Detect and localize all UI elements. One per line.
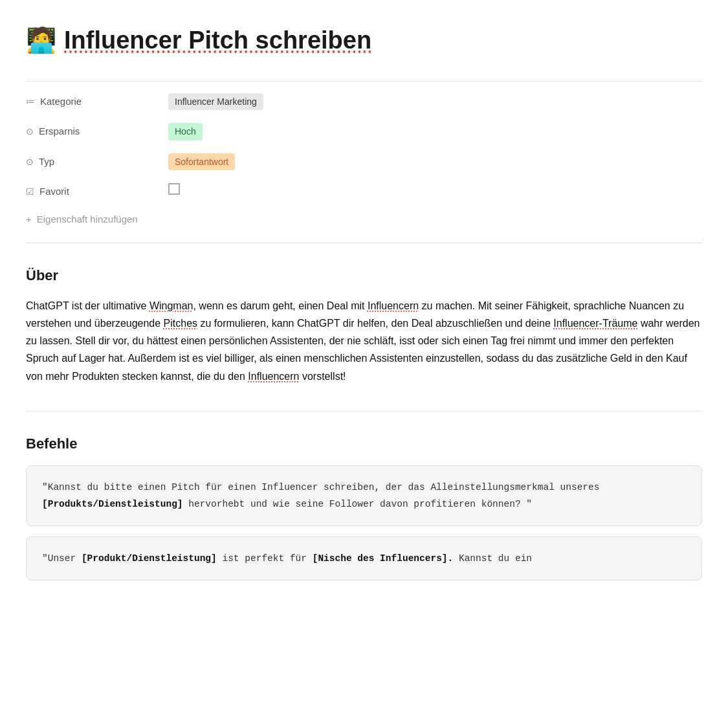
command2-text-after: Kannst du ein (453, 553, 532, 564)
add-property-label: Eigenschaft hinzufügen (37, 212, 138, 227)
property-label-kategorie: ≔ Kategorie (26, 94, 168, 109)
pitches-link: Pitches (164, 318, 197, 329)
influencer-traeume-link: Influencer-Träume (553, 318, 637, 329)
kategorie-badge[interactable]: Influencer Marketing (168, 93, 263, 110)
header-emoji: 🧑‍💻 (26, 21, 56, 60)
influencern2-link: Influencern (248, 371, 299, 382)
befehle-heading: Befehle (26, 432, 702, 455)
circle-down-icon: ⊙ (26, 124, 34, 138)
befehle-section: Befehle "Kannst du bitte einen Pitch für… (26, 432, 702, 580)
property-row-ersparnis: ⊙ Ersparnis Hoch (26, 116, 702, 146)
command-block-1[interactable]: "Kannst du bitte einen Pitch für einen I… (26, 465, 702, 526)
ueber-text: ChatGPT ist der ultimative Wingman, wenn… (26, 297, 702, 385)
property-value-kategorie[interactable]: Influencer Marketing (168, 93, 702, 110)
text-part2: , wenn es darum geht, einen Deal mit (193, 300, 367, 311)
ueber-heading: Über (26, 264, 702, 287)
command1-text-before: "Kannst du bitte einen Pitch für einen I… (42, 482, 599, 492)
checkbox-icon: ☑ (26, 184, 34, 199)
list-icon: ≔ (26, 94, 35, 109)
text-part6: vorstellst! (300, 371, 346, 382)
command2-bold1: [Produkt/Dienstleistung] (82, 553, 217, 564)
plus-icon: + (26, 212, 32, 227)
command2-text-before: "Unser (42, 553, 82, 564)
property-label-favorit: ☑ Favorit (26, 184, 168, 199)
property-value-ersparnis[interactable]: Hoch (168, 123, 702, 140)
command1-bold: [Produkts/Dienstleistung] (42, 499, 183, 509)
text-part1: ChatGPT ist der ultimative (26, 300, 149, 311)
property-row-typ: ⊙ Typ Sofortantwort (26, 147, 702, 177)
page-title: Influencer Pitch schreiben (64, 21, 371, 60)
property-row-favorit: ☑ Favorit (26, 177, 702, 206)
text-part4: zu formulieren, kann ChatGPT dir helfen,… (197, 318, 553, 329)
property-value-favorit[interactable] (168, 183, 702, 200)
command-block-2[interactable]: "Unser [Produkt/Dienstleistung] ist perf… (26, 536, 702, 580)
property-value-typ[interactable]: Sofortantwort (168, 153, 702, 170)
property-label-ersparnis: ⊙ Ersparnis (26, 124, 168, 139)
command2-bold2: [Nische des Influencers]. (313, 553, 454, 564)
typ-badge[interactable]: Sofortantwort (168, 153, 235, 170)
property-row-kategorie: ≔ Kategorie Influencer Marketing (26, 87, 702, 116)
page-header: 🧑‍💻 Influencer Pitch schreiben (26, 21, 702, 60)
section-divider (26, 411, 702, 412)
ueber-section: Über ChatGPT ist der ultimative Wingman,… (26, 264, 702, 385)
add-property-button[interactable]: + Eigenschaft hinzufügen (26, 206, 702, 232)
circle-down-icon-2: ⊙ (26, 155, 34, 169)
properties-section: ≔ Kategorie Influencer Marketing ⊙ Erspa… (26, 81, 702, 243)
property-label-typ: ⊙ Typ (26, 154, 168, 170)
ersparnis-badge[interactable]: Hoch (168, 123, 203, 140)
command2-text-middle: ist perfekt für (217, 553, 313, 564)
favorit-checkbox[interactable] (168, 183, 180, 195)
wingman-link: Wingman (149, 300, 193, 311)
command1-text-after: hervorhebt und wie seine Follower davon … (183, 499, 533, 509)
influencern1-link: Influencern (368, 300, 419, 311)
